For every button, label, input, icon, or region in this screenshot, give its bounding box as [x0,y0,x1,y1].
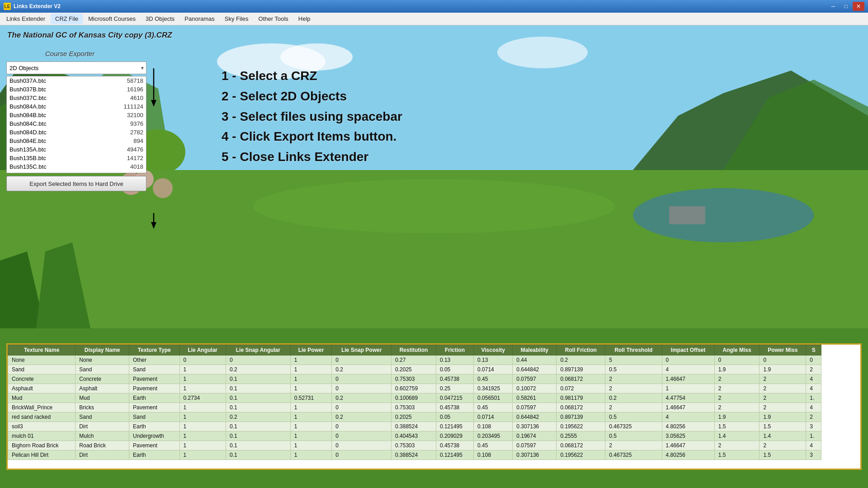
table-column-header: Lie Snap Angular [226,345,290,355]
title-bar-left: LE Links Extender V2 [4,3,61,10]
table-cell: Other [129,355,180,365]
table-cell: 0.108 [474,450,513,460]
file-name-label: Bush084C.btc [9,120,116,127]
table-cell: 1 [179,422,226,431]
table-cell: 2 [605,374,662,384]
table-cell: 4.80256 [662,422,714,431]
table-cell: 0.10072 [513,384,557,393]
table-cell: 0 [332,441,392,450]
file-list-item[interactable]: Bush084A.btc111124 [7,102,146,111]
table-column-header: Viscosity [474,345,513,355]
data-table-scroll[interactable]: Texture NameDisplay NameTexture TypeLie … [8,345,860,469]
file-size-label: 64692 [116,172,143,173]
table-cell: 1 [179,431,226,441]
table-cell: 0.52731 [290,393,331,403]
menu-item-3d-objects[interactable]: 3D Objects [141,14,179,24]
table-cell: 0.307136 [513,422,557,431]
table-row[interactable]: red sand rackedSandSand10.210.20.20250.0… [8,412,821,422]
table-cell: 1 [290,374,331,384]
table-cell: 2 [714,384,760,393]
file-list-item[interactable]: Bush037C.btc4610 [7,94,146,102]
menu-item-crz-file[interactable]: CRZ File [51,14,83,24]
table-cell: 0.100689 [392,393,436,403]
table-cell: 1 [179,384,226,393]
file-list-item[interactable]: Bush084E.btc894 [7,137,146,145]
table-row[interactable]: AsphaultAsphaltPavement10.1100.6027590.2… [8,384,821,393]
table-cell: Pelican Hill Dirt [8,450,75,460]
table-cell: 0 [179,355,226,365]
file-list-item[interactable]: Bush084B.btc32100 [7,111,146,119]
table-cell: Sand [129,412,180,422]
table-row[interactable]: NoneNoneOther00100.270.130.130.440.25000… [8,355,821,365]
table-row[interactable]: MudMudEarth0.27340.10.527310.20.1006890.… [8,393,821,403]
menu-item-other-tools[interactable]: Other Tools [254,14,293,24]
menu-item-help[interactable]: Help [294,14,315,24]
close-button[interactable]: ✕ [853,2,864,11]
table-row[interactable]: SandSandSand10.210.20.20250.050.07140.64… [8,365,821,374]
table-cell: 2 [760,403,806,412]
menu-item-sky-files[interactable]: Sky Files [220,14,253,24]
table-cell: 0.13 [474,355,513,365]
minimize-button[interactable]: ─ [827,2,839,11]
file-list-item[interactable]: Bush084D.btc2782 [7,128,146,137]
table-cell: 0.05 [436,412,473,422]
table-cell: 3 [806,450,821,460]
table-cell: Earth [129,422,180,431]
table-cell: 0.1 [226,403,290,412]
maximize-button[interactable]: □ [840,2,852,11]
file-list-item[interactable]: Bush037A.btc58718 [7,76,146,85]
file-list-item[interactable]: Bush135B.btc14172 [7,154,146,162]
table-column-header: Restitution [392,345,436,355]
table-cell: 1. [806,393,821,403]
table-cell: 1.4 [714,431,760,441]
table-cell: 0.644842 [513,365,557,374]
table-row[interactable]: soil3DirtEarth10.1100.3885240.1214950.10… [8,422,821,431]
menu-item-links-extender[interactable]: Links Extender [2,14,50,24]
table-cell: 1 [290,450,331,460]
table-column-header: Roll Threshold [605,345,662,355]
table-cell: Bighorn Road Brick [8,441,75,450]
table-cell: 0 [332,431,392,441]
table-row[interactable]: Bighorn Road BrickRoad BrickPavement10.1… [8,441,821,450]
table-cell: 0.195622 [557,422,605,431]
table-row[interactable]: mulch 01MulchUndergrowth10.1100.4045430.… [8,431,821,441]
svg-point-12 [253,179,615,233]
object-type-dropdown[interactable]: 2D Objects 3D Objects Textures Sounds [6,62,146,74]
export-button[interactable]: Export Selected Items to Hard Drive [6,176,146,191]
file-name-label: Bush084E.btc [9,137,116,144]
table-column-header: Texture Name [8,345,75,355]
table-cell: 0.2025 [392,412,436,422]
table-cell: 0.467325 [605,422,662,431]
table-cell: 0.2555 [557,431,605,441]
table-cell: 0.307136 [513,450,557,460]
table-cell: 1.46647 [662,403,714,412]
file-list-item[interactable]: Bush037B.btc16196 [7,85,146,94]
table-cell: Sand [129,365,180,374]
table-row[interactable]: ConcreteConcretePavement10.1100.753030.4… [8,374,821,384]
menu-item-microsoft-courses[interactable]: Microsoft Courses [84,14,140,24]
table-column-header: Impact Offset [662,345,714,355]
table-cell: 2 [605,441,662,450]
menu-item-panoramas[interactable]: Panoramas [180,14,219,24]
file-list-item[interactable]: Bush135C.btc4018 [7,162,146,171]
table-row[interactable]: BrickWall_PrinceBricksPavement10.1100.75… [8,403,821,412]
table-cell: 0.5 [605,365,662,374]
file-list-item[interactable]: Bush084C.btc9376 [7,119,146,128]
svg-rect-14 [669,206,705,224]
table-cell: 2 [714,441,760,450]
file-list-item[interactable]: Bush135A.btc49476 [7,145,146,154]
header-row: Texture NameDisplay NameTexture TypeLie … [8,345,821,355]
data-table-container: Texture NameDisplay NameTexture TypeLie … [6,343,862,470]
table-cell: 2 [714,374,760,384]
table-cell: 0.05 [436,365,473,374]
file-list[interactable]: Bush037A.btc58718Bush037B.btc16196Bush03… [6,76,146,173]
file-list-item[interactable]: Bush147A.btc64692 [7,171,146,173]
file-size-label: 4610 [116,95,143,101]
table-cell: 0.2 [332,393,392,403]
table-cell: Bricks [75,403,129,412]
table-cell: 0.2 [226,412,290,422]
table-cell: 0.897139 [557,412,605,422]
table-cell: 0.644842 [513,412,557,422]
table-row[interactable]: Pelican Hill DirtDirtEarth10.1100.388524… [8,450,821,460]
table-cell: 1.9 [714,365,760,374]
